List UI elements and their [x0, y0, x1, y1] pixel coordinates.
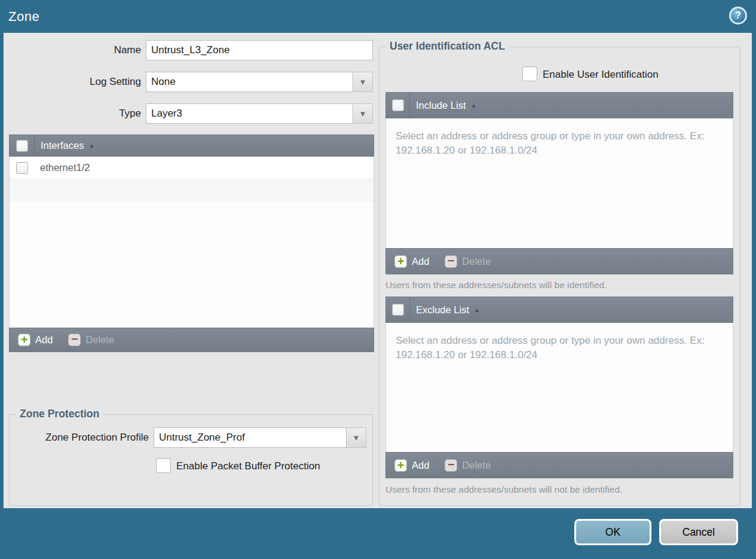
sort-asc-icon: ▲ — [88, 142, 94, 149]
include-list-column-header: Include List — [416, 100, 466, 111]
add-icon: + — [394, 255, 407, 268]
type-combo: ▼ — [146, 103, 373, 124]
chevron-down-icon: ▼ — [359, 78, 367, 87]
column-divider — [409, 93, 410, 118]
table-row[interactable]: ethernet1/2 — [10, 157, 374, 179]
exclude-list-hint: Users from these addresses/subnets will … — [385, 484, 622, 495]
delete-button-label: Delete — [462, 460, 491, 471]
name-label: Name — [4, 40, 141, 60]
delete-button-label: Delete — [85, 334, 114, 346]
exclude-list-table: Exclude List ▲ Select an address or addr… — [385, 297, 733, 478]
type-dropdown-button[interactable]: ▼ — [353, 103, 373, 124]
zone-protection-fieldset: Zone Protection Zone Protection Profile … — [9, 414, 373, 506]
empty-row-stripe — [10, 179, 374, 202]
enable-user-identification-checkbox[interactable] — [522, 66, 537, 81]
include-list-body: Select an address or address group or ty… — [385, 118, 733, 248]
interfaces-select-all-checkbox[interactable] — [16, 140, 28, 152]
sort-asc-icon: ▲ — [474, 307, 480, 313]
log-setting-combo: ▼ — [146, 72, 373, 92]
delete-icon: − — [68, 334, 81, 346]
zone-protection-profile-input[interactable] — [154, 427, 347, 448]
delete-icon: − — [445, 255, 457, 268]
include-list-table: Include List ▲ Select an address or addr… — [385, 92, 733, 274]
exclude-list-footer: + Add − Delete — [385, 452, 733, 478]
column-divider — [409, 297, 410, 322]
name-input[interactable] — [146, 40, 373, 60]
include-select-all-checkbox[interactable] — [392, 99, 404, 111]
user-identification-acl-legend: User Identification ACL — [385, 40, 509, 53]
interfaces-table-header[interactable]: Interfaces ▲ — [9, 135, 374, 157]
enable-user-identification-label: Enable User Identification — [543, 69, 659, 81]
add-icon: + — [394, 459, 407, 472]
interface-name: ethernet1/2 — [40, 162, 90, 173]
add-button-label: Add — [412, 256, 429, 267]
add-button[interactable]: + Add — [394, 459, 429, 472]
dialog-body: Name Log Setting ▼ Type ▼ Interfaces — [4, 33, 752, 508]
ok-button[interactable]: OK — [574, 519, 651, 545]
dialog-title: Zone — [0, 9, 39, 25]
interfaces-column-header: Interfaces — [41, 140, 84, 151]
add-button[interactable]: + Add — [394, 255, 429, 268]
type-label: Type — [4, 103, 141, 124]
log-setting-label: Log Setting — [4, 72, 141, 92]
add-icon: + — [18, 334, 30, 346]
exclude-list-placeholder: Select an address or address group or ty… — [386, 323, 733, 362]
include-list-hint: Users from these addresses/subnets will … — [385, 280, 607, 291]
chevron-down-icon: ▼ — [359, 109, 367, 118]
log-setting-dropdown-button[interactable]: ▼ — [353, 72, 373, 92]
cancel-button[interactable]: Cancel — [659, 519, 738, 545]
include-list-placeholder: Select an address or address group or ty… — [386, 118, 733, 158]
zone-protection-profile-dropdown-button[interactable]: ▼ — [347, 427, 366, 448]
user-identification-acl-fieldset: User Identification ACL Enable User Iden… — [379, 47, 740, 506]
packet-buffer-protection-label: Enable Packet Buffer Protection — [176, 460, 320, 472]
zone-dialog-window: Zone ? Name Log Setting ▼ Type ▼ — [0, 0, 756, 559]
exclude-select-all-checkbox[interactable] — [392, 304, 404, 316]
help-icon[interactable]: ? — [729, 7, 747, 25]
exclude-list-column-header: Exclude List — [416, 304, 469, 316]
add-button-label: Add — [35, 334, 53, 346]
log-setting-input[interactable] — [146, 72, 353, 92]
sort-asc-icon: ▲ — [470, 102, 476, 109]
include-list-footer: + Add − Delete — [385, 248, 733, 274]
zone-protection-profile-combo: ▼ — [154, 427, 366, 448]
type-input[interactable] — [146, 103, 353, 124]
row-checkbox[interactable] — [16, 162, 28, 174]
zone-protection-legend: Zone Protection — [16, 408, 103, 420]
column-divider — [34, 135, 35, 156]
zone-protection-profile-label: Zone Protection Profile — [10, 427, 149, 448]
add-button[interactable]: + Add — [18, 334, 53, 346]
exclude-list-header[interactable]: Exclude List ▲ — [385, 297, 733, 323]
delete-button-label: Delete — [462, 256, 491, 267]
packet-buffer-protection-checkbox[interactable] — [156, 458, 171, 473]
dialog-titlebar: Zone — [0, 0, 756, 33]
interfaces-table: Interfaces ▲ ethernet1/2 + Add − — [9, 135, 374, 352]
interfaces-table-body: ethernet1/2 — [9, 157, 374, 328]
delete-icon: − — [445, 459, 457, 472]
delete-button[interactable]: − Delete — [68, 334, 114, 346]
add-button-label: Add — [412, 460, 429, 471]
include-list-header[interactable]: Include List ▲ — [385, 92, 733, 118]
delete-button[interactable]: − Delete — [445, 255, 491, 268]
chevron-down-icon: ▼ — [353, 433, 360, 442]
delete-button[interactable]: − Delete — [445, 459, 491, 472]
interfaces-table-footer: + Add − Delete — [9, 328, 374, 352]
exclude-list-body: Select an address or address group or ty… — [385, 323, 733, 452]
